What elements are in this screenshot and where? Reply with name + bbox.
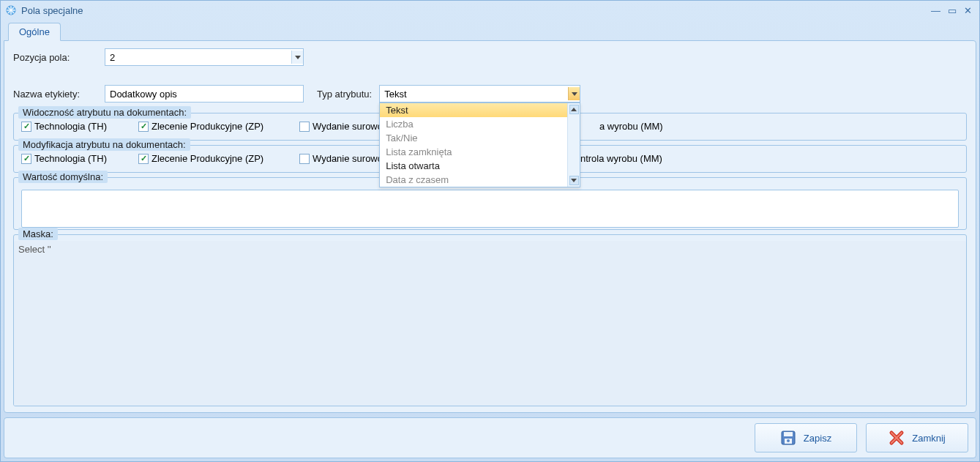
close-icon (889, 430, 905, 446)
mask-input[interactable]: Select '' (14, 241, 966, 406)
checkbox-box[interactable] (21, 122, 31, 132)
label-position: Pozycja pola: (13, 52, 105, 63)
client-area: Ogólne Pozycja pola: 2 Nazwa etykiety: T… (4, 21, 976, 413)
chevron-down-icon[interactable] (291, 51, 303, 64)
attrtype-option[interactable]: Lista otwarta (380, 159, 567, 173)
checkbox-label: a wyrobu (MM) (599, 121, 663, 132)
footer: Zapisz Zamknij (4, 417, 976, 458)
legend-default: Wartość domyślna: (18, 171, 108, 183)
svg-point-8 (787, 439, 790, 442)
window: Pola specjalne — ▭ ✕ Ogólne Pozycja pola… (0, 0, 980, 462)
checkbox-box[interactable] (138, 122, 149, 132)
attrtype-option[interactable]: Tak/Nie (380, 131, 567, 145)
chevron-down-icon[interactable] (568, 87, 580, 100)
window-controls: — ▭ ✕ (931, 6, 975, 15)
checkbox-label: Technologia (TH) (34, 121, 107, 132)
app-icon (5, 4, 17, 16)
attrtype-combo[interactable]: Tekst (379, 85, 580, 103)
save-label: Zapisz (804, 433, 831, 444)
visibility-checkbox[interactable]: Zlecenie Produkcyjne (ZP) (138, 121, 263, 132)
checkbox-label: Zlecenie Produkcyjne (ZP) (152, 121, 263, 132)
default-value-input[interactable] (21, 190, 959, 228)
svg-rect-6 (784, 432, 793, 436)
label-attrtype: Typ atrybutu: (317, 89, 372, 100)
save-button[interactable]: Zapisz (755, 423, 857, 452)
position-combo[interactable]: 2 (105, 48, 304, 66)
checkbox-label: Kontrola wyrobu (MM) (569, 153, 662, 164)
fieldset-mask: Maska: Select '' (13, 234, 967, 406)
close-button[interactable]: Zamknij (866, 423, 968, 452)
close-window-button[interactable]: ✕ (964, 6, 972, 15)
minimize-button[interactable]: — (931, 6, 940, 15)
visibility-checkbox[interactable]: Technologia (TH) (21, 121, 107, 132)
legend-mask: Maska: (18, 228, 58, 240)
attrtype-option[interactable]: Lista zamknięta (380, 145, 567, 159)
tab-general[interactable]: Ogólne (8, 23, 61, 41)
checkbox-label: Zlecenie Produkcyjne (ZP) (152, 153, 263, 164)
panel-general: Pozycja pola: 2 Nazwa etykiety: Typ atry… (4, 40, 976, 413)
label-name: Nazwa etykiety: (13, 89, 105, 100)
attrtype-option[interactable]: Tekst (380, 103, 567, 117)
modification-checkbox[interactable]: Zlecenie Produkcyjne (ZP) (138, 153, 263, 164)
legend-visibility: Widoczność atrybutu na dokumentach: (18, 106, 191, 119)
checkbox-box[interactable] (299, 122, 310, 132)
row-name: Nazwa etykiety: Typ atrybutu: Tekst Teks… (13, 85, 967, 103)
position-value: 2 (110, 52, 291, 63)
checkbox-label: Technologia (TH) (34, 153, 107, 164)
titlebar: Pola specjalne — ▭ ✕ (1, 1, 979, 20)
checkbox-box[interactable] (21, 154, 31, 164)
tabstrip: Ogólne (4, 21, 976, 40)
modification-checkbox[interactable]: Technologia (TH) (21, 153, 107, 164)
checkbox-box[interactable] (299, 154, 310, 164)
attrtype-option[interactable]: Data z czasem (380, 173, 567, 187)
close-label: Zamknij (912, 433, 946, 444)
attrtype-option[interactable]: Liczba (380, 117, 567, 131)
scroll-down-icon[interactable] (569, 176, 579, 185)
save-icon (780, 430, 796, 446)
attrtype-dropdown[interactable]: TekstLiczbaTak/NieLista zamkniętaLista o… (379, 103, 580, 187)
scroll-up-icon[interactable] (569, 105, 579, 114)
visibility-checkbox: a wyrobu (MM) (599, 121, 663, 132)
name-input[interactable] (105, 85, 304, 103)
maximize-button[interactable]: ▭ (948, 6, 957, 15)
attrtype-value: Tekst (384, 89, 568, 100)
window-title: Pola specjalne (21, 5, 931, 16)
row-position: Pozycja pola: 2 (13, 48, 967, 66)
dropdown-scrollbar[interactable] (567, 103, 580, 187)
legend-modification: Modyfikacja atrybutu na dokumentach: (18, 138, 190, 151)
checkbox-box[interactable] (138, 154, 149, 164)
